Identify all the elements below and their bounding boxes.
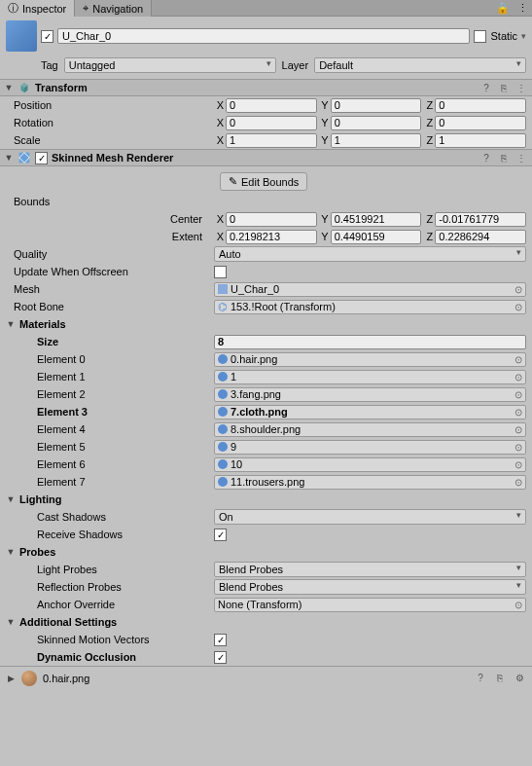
foldout-icon: ▼ bbox=[4, 83, 14, 92]
center-z-input[interactable]: -0.01761779 bbox=[435, 212, 526, 227]
preset-icon[interactable]: ⎘ bbox=[497, 151, 511, 164]
position-y-input[interactable]: 0 bbox=[331, 98, 422, 113]
rotation-x-input[interactable]: 0 bbox=[226, 116, 317, 130]
material-element-field[interactable]: 10 bbox=[214, 457, 526, 472]
material-element-field[interactable]: 8.shoulder.png bbox=[214, 422, 526, 437]
material-element-value: 1 bbox=[231, 371, 236, 383]
preset-icon[interactable]: ⎘ bbox=[497, 81, 511, 94]
material-element-field[interactable]: 7.cloth.png bbox=[214, 405, 526, 419]
material-element-field[interactable]: 1 bbox=[214, 370, 526, 384]
transform-header[interactable]: ▼ Transform ? ⎘ ⋮ bbox=[0, 79, 532, 96]
context-menu-icon[interactable]: ⋮ bbox=[514, 0, 532, 16]
position-x-input[interactable]: 0 bbox=[226, 98, 317, 113]
material-element-label: Element 3 bbox=[6, 406, 210, 418]
skinned-motion-vectors-checkbox[interactable] bbox=[214, 634, 227, 646]
x-label: X bbox=[214, 231, 224, 242]
foldout-icon[interactable]: ▼ bbox=[6, 319, 16, 329]
y-label: Y bbox=[319, 231, 329, 242]
y-label: Y bbox=[319, 117, 329, 128]
material-element-label: Element 5 bbox=[6, 441, 210, 453]
gear-icon[interactable]: ⚙ bbox=[513, 672, 526, 685]
material-header[interactable]: ▶ 0.hair.png ? ⎘ ⚙ bbox=[0, 666, 532, 689]
mesh-icon bbox=[218, 284, 228, 294]
receive-shadows-checkbox[interactable] bbox=[214, 529, 227, 541]
foldout-icon[interactable]: ▼ bbox=[6, 617, 16, 627]
smr-header[interactable]: ▼ Skinned Mesh Renderer ? ⎘ ⋮ bbox=[0, 149, 532, 166]
component-enabled-checkbox[interactable] bbox=[35, 152, 48, 164]
extent-y-input[interactable]: 0.4490159 bbox=[331, 230, 422, 244]
material-element-field[interactable]: 3.fang.png bbox=[214, 387, 526, 402]
x-label: X bbox=[214, 117, 224, 128]
z-label: Z bbox=[423, 134, 433, 146]
help-icon[interactable]: ? bbox=[474, 672, 487, 685]
bounds-label: Bounds bbox=[6, 196, 210, 207]
rotation-z-input[interactable]: 0 bbox=[435, 116, 526, 130]
context-menu-icon[interactable]: ⋮ bbox=[514, 81, 528, 94]
material-element-field[interactable]: 11.trousers.png bbox=[214, 475, 526, 490]
help-icon[interactable]: ? bbox=[479, 81, 493, 94]
foldout-icon: ▼ bbox=[4, 153, 14, 163]
tag-dropdown[interactable]: Untagged bbox=[64, 57, 276, 73]
foldout-icon[interactable]: ▼ bbox=[6, 494, 16, 504]
svg-rect-0 bbox=[19, 153, 30, 164]
smr-icon bbox=[18, 151, 31, 164]
material-element-field[interactable]: 0.hair.png bbox=[214, 352, 526, 367]
materials-size-input[interactable]: 8 bbox=[214, 335, 526, 349]
light-probes-dropdown[interactable]: Blend Probes bbox=[214, 562, 526, 577]
scale-y-input[interactable]: 1 bbox=[331, 133, 422, 148]
material-name: 0.hair.png bbox=[43, 673, 468, 684]
material-icon bbox=[218, 477, 228, 487]
reflection-probes-dropdown[interactable]: Blend Probes bbox=[214, 579, 526, 595]
rotation-label: Rotation bbox=[6, 117, 210, 128]
center-y-input[interactable]: 0.4519921 bbox=[331, 212, 422, 227]
material-element-value: 11.trousers.png bbox=[231, 476, 304, 488]
quality-label: Quality bbox=[6, 248, 210, 260]
center-x-input[interactable]: 0 bbox=[226, 212, 317, 227]
help-icon[interactable]: ? bbox=[479, 151, 493, 164]
extent-x-input[interactable]: 0.2198213 bbox=[226, 230, 317, 244]
context-menu-icon[interactable]: ⋮ bbox=[514, 151, 528, 164]
light-probes-label: Light Probes bbox=[6, 564, 210, 575]
material-icon bbox=[218, 442, 228, 452]
quality-dropdown[interactable]: Auto bbox=[214, 246, 526, 262]
material-element-field[interactable]: 9 bbox=[214, 440, 526, 455]
update-offscreen-checkbox[interactable] bbox=[214, 266, 227, 278]
gameobject-name-input[interactable] bbox=[57, 28, 470, 44]
extent-z-input[interactable]: 0.2286294 bbox=[435, 230, 526, 244]
z-label: Z bbox=[423, 117, 433, 128]
position-z-input[interactable]: 0 bbox=[435, 98, 526, 113]
component-title: Skinned Mesh Renderer bbox=[52, 152, 476, 164]
preset-icon[interactable]: ⎘ bbox=[493, 672, 507, 685]
mesh-field[interactable]: U_Char_0 bbox=[214, 282, 526, 297]
tab-navigation[interactable]: ⌖ Navigation bbox=[75, 0, 152, 17]
cast-shadows-dropdown[interactable]: On bbox=[214, 509, 526, 525]
rotation-y-input[interactable]: 0 bbox=[331, 116, 422, 130]
tag-label: Tag bbox=[41, 59, 58, 71]
material-element-value: 10 bbox=[231, 458, 242, 470]
rootbone-field[interactable]: ⌬153.!Root (Transform) bbox=[214, 300, 526, 314]
layer-dropdown[interactable]: Default bbox=[314, 57, 526, 73]
tab-spacer bbox=[152, 0, 492, 16]
lighting-label: Lighting bbox=[19, 493, 61, 505]
material-icon bbox=[218, 407, 228, 417]
gameobject-icon[interactable] bbox=[6, 20, 37, 52]
x-label: X bbox=[214, 134, 224, 146]
edit-bounds-button[interactable]: ✎ Edit Bounds bbox=[220, 172, 307, 191]
material-element-value: 7.cloth.png bbox=[231, 406, 288, 418]
dynamic-occlusion-checkbox[interactable] bbox=[214, 651, 227, 664]
foldout-icon[interactable]: ▼ bbox=[6, 547, 16, 557]
static-dropdown-icon[interactable]: ▾ bbox=[521, 31, 526, 41]
lock-icon[interactable]: 🔒 bbox=[492, 0, 514, 16]
anchor-override-field[interactable]: None (Transform) bbox=[214, 598, 526, 612]
probes-label: Probes bbox=[19, 546, 55, 558]
scale-x-input[interactable]: 1 bbox=[226, 133, 317, 148]
tab-inspector[interactable]: ⓘ Inspector bbox=[0, 0, 75, 17]
tab-label: Inspector bbox=[22, 3, 66, 15]
tab-label: Navigation bbox=[92, 3, 143, 15]
active-checkbox[interactable] bbox=[41, 30, 53, 43]
material-element-label: Element 7 bbox=[6, 476, 210, 488]
static-checkbox[interactable] bbox=[474, 30, 486, 43]
scale-label: Scale bbox=[6, 134, 210, 146]
scale-z-input[interactable]: 1 bbox=[435, 133, 526, 148]
edit-bounds-icon: ✎ bbox=[229, 175, 237, 188]
